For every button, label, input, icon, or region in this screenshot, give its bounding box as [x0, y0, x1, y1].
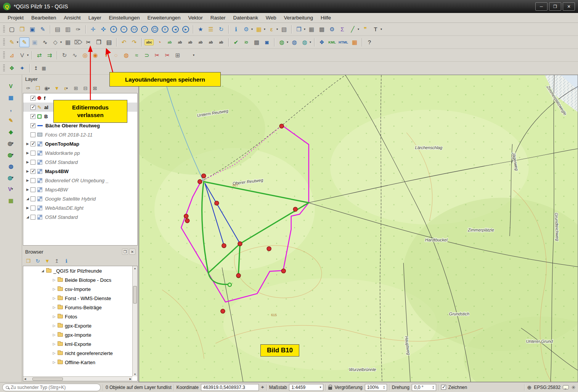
locator-search[interactable] — [2, 384, 101, 391]
menu-bearbeiten[interactable]: Bearbeiten — [27, 14, 60, 22]
dropdown-caret-icon[interactable]: ▾ — [47, 87, 50, 90]
tree-item[interactable]: ▷ gpx-Importe — [23, 330, 137, 339]
identify-features-icon[interactable]: ℹ — [231, 24, 241, 34]
collapse-all-icon[interactable]: ⊟ — [81, 84, 90, 92]
add-feature-icon[interactable]: ∿ — [40, 37, 50, 47]
run-feature-action-icon[interactable]: ⚙ — [241, 24, 251, 34]
menu-projekt[interactable]: Projekt — [4, 14, 27, 22]
remove-layer-icon[interactable]: ⊠ — [91, 84, 99, 92]
expander-icon[interactable]: ▷ — [51, 278, 57, 282]
layer-visibility-checkbox[interactable] — [31, 114, 35, 119]
tree-item[interactable]: ▷ kml-Exporte — [23, 339, 137, 349]
dropdown-caret-icon[interactable]: ▾ — [11, 141, 14, 145]
collapse-tree-icon[interactable]: ↥ — [53, 257, 61, 265]
pin-labels-icon[interactable]: ab — [175, 37, 185, 47]
new-geopackage-layer-icon[interactable]: ◆ — [5, 127, 17, 136]
zoom-native-icon[interactable]: 1:1 — [129, 24, 139, 34]
map-canvas[interactable]: Unterm Reutweg Oberer Reutweg Lärchensch… — [139, 75, 578, 382]
zoom-last-icon[interactable]: ◂ — [170, 24, 180, 34]
add-spatialite-layer-icon[interactable]: ◍▾ — [5, 139, 17, 148]
add-wms-layer-icon[interactable]: ◍▾ — [5, 150, 17, 159]
geometry-checker-icon[interactable]: ✔ — [231, 37, 241, 47]
map-svg[interactable]: Unterm Reutweg Oberer Reutweg Lärchensch… — [139, 75, 578, 382]
menu-hilfe[interactable]: Hilfe — [317, 14, 335, 22]
copy-features-icon[interactable]: ❐ — [94, 37, 104, 47]
tree-item[interactable]: ▷ nicht georeferenzierte — [23, 349, 137, 358]
toggle-editing-icon[interactable]: ✎ — [19, 37, 29, 47]
new-bookmark-icon[interactable]: ★ — [196, 24, 206, 34]
rotate-feature-icon[interactable]: ↻ — [59, 50, 69, 60]
menu-layer[interactable]: Layer — [85, 14, 105, 22]
pan-to-selection-icon[interactable]: ✜ — [98, 24, 108, 34]
cut-features-icon[interactable]: ✂ — [83, 37, 93, 47]
restore-button[interactable]: ❐ — [549, 2, 561, 11]
map-tips-icon[interactable]: ❞ — [360, 24, 370, 34]
coordinate-box[interactable] — [201, 384, 259, 391]
delete-part-icon[interactable]: ◍ — [121, 50, 131, 60]
add-mesh-layer-icon[interactable]: ▦ — [5, 196, 17, 205]
tile-tools-icon[interactable]: ▦ — [350, 37, 360, 47]
magnifier-box[interactable]: 100% ▴▾ — [365, 384, 387, 391]
db-manager-icon[interactable]: ◙ — [262, 37, 272, 47]
gps-upload-icon[interactable]: ↥ — [32, 64, 40, 72]
add-favorite-icon[interactable]: ❒ — [24, 257, 32, 265]
measure-line-icon[interactable]: ╱ — [348, 24, 358, 34]
attribute-table-icon[interactable]: ▦ — [307, 24, 316, 34]
tree-item-root[interactable]: ◢ _QGIS für Pilzfreunde — [23, 266, 137, 275]
processing-toolbox-icon[interactable]: ⚙ — [327, 24, 337, 34]
layer-item[interactable]: ▶ Maps4BW — [23, 167, 137, 176]
raster-overview-icon[interactable]: ▩ — [252, 37, 262, 47]
show-hide-labels-icon[interactable]: ab — [196, 37, 206, 47]
filter-legend-icon[interactable]: ▼ — [53, 84, 61, 92]
tree-item[interactable]: ▷ Fotos — [23, 312, 137, 321]
ows-service-icon[interactable]: ◍ — [277, 37, 287, 47]
layer-item[interactable]: ◢ OSM Standard — [23, 212, 137, 222]
expander-icon[interactable]: ◢ — [40, 269, 45, 273]
layer-visibility-checkbox[interactable] — [31, 178, 35, 183]
reshape-features-icon[interactable]: ≈ — [132, 50, 141, 60]
scroll-up-icon[interactable]: ▲ — [134, 267, 136, 270]
layer-visibility-checkbox[interactable] — [31, 206, 35, 210]
highlight-pinned-labels-icon[interactable]: ab — [185, 37, 195, 47]
expander-icon[interactable]: ▷ — [51, 287, 57, 291]
paste-features-icon[interactable]: ▤ — [104, 37, 114, 47]
layer-visibility-checkbox[interactable] — [31, 141, 35, 146]
expand-all-icon[interactable]: ⊞ — [72, 84, 80, 92]
layer-item[interactable]: ▶ Bodenrelief OR Umgebung _ — [23, 176, 137, 185]
layer-item[interactable]: ▶ Waldortkarte pp — [23, 148, 137, 157]
expander-icon[interactable]: ▶ — [25, 178, 31, 182]
expander-icon[interactable]: ▷ — [51, 333, 57, 337]
filter-browser-icon[interactable]: ▼ — [43, 257, 51, 265]
expander-icon[interactable]: ◢ — [25, 215, 31, 219]
tasks-icon[interactable]: ✳ — [571, 384, 576, 390]
plugin-icon-1[interactable]: ❖ — [7, 63, 17, 73]
layer-item[interactable]: ◢ Google Satellite Hybrid — [23, 194, 137, 203]
layer-visibility-checkbox[interactable] — [31, 187, 35, 192]
vertex-tool-icon[interactable]: ◇ — [50, 37, 60, 47]
manage-map-themes-icon[interactable]: ◉▾ — [43, 84, 51, 92]
menu-ansicht[interactable]: Ansicht — [60, 14, 84, 22]
new-project-icon[interactable]: ▢ — [7, 24, 17, 34]
tree-item[interactable]: ▷ Offline-Karten — [23, 358, 137, 367]
menu-verarbeitung[interactable]: Verarbeitung — [280, 14, 317, 22]
layer-visibility-checkbox[interactable] — [31, 196, 35, 201]
tree-item[interactable]: ▷ Forst - WMS-Dienste — [23, 294, 137, 303]
layer-visibility-checkbox[interactable] — [31, 105, 35, 110]
expander-icon[interactable]: ▷ — [51, 351, 57, 355]
expander-icon[interactable]: ▷ — [51, 342, 57, 346]
expander-icon[interactable]: ▶ — [25, 142, 31, 146]
show-bookmarks-icon[interactable]: ☰ — [206, 24, 216, 34]
refresh-browser-icon[interactable]: ↻ — [34, 257, 42, 265]
fill-ring-icon[interactable]: ◑ — [101, 50, 111, 60]
add-ring-icon[interactable]: ◎ — [80, 50, 90, 60]
expander-icon[interactable]: ▷ — [51, 360, 57, 364]
plugin-icon-2[interactable]: ✦ — [17, 63, 27, 73]
tree-item[interactable]: ▷ Forums-Beiträge — [23, 303, 137, 312]
zoom-out-icon[interactable]: − — [119, 24, 129, 34]
add-group-icon[interactable]: ❒ — [34, 84, 42, 92]
plugin-tool-icon[interactable]: ❖ — [317, 37, 327, 47]
expander-icon[interactable]: ▷ — [51, 315, 57, 318]
copy-move-feature-icon[interactable]: ⇉ — [45, 50, 55, 60]
zoom-next-icon[interactable]: ▸ — [181, 24, 191, 34]
add-part-icon[interactable]: ◉ — [90, 50, 100, 60]
